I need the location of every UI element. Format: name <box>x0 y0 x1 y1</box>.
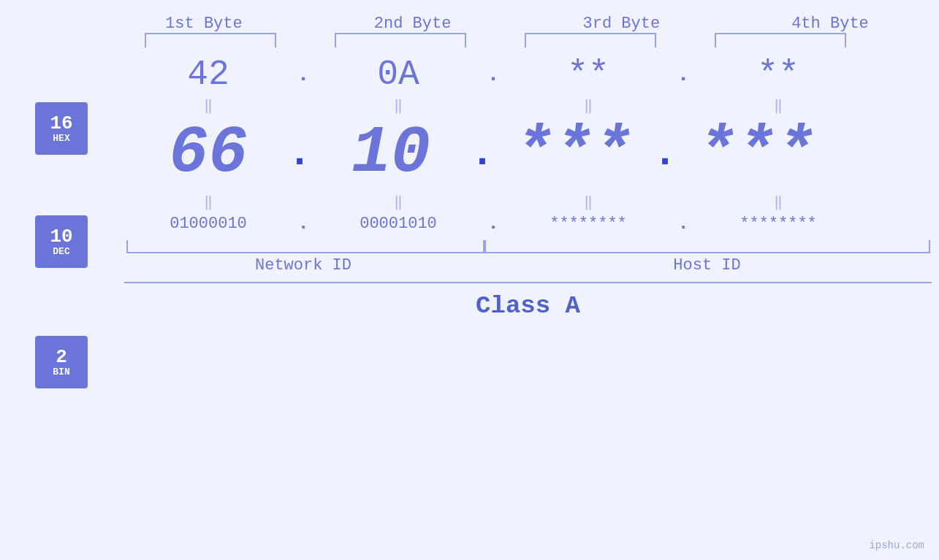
dec-name: DEC <box>53 247 69 257</box>
bin-dot-1: . <box>292 212 314 234</box>
top-brackets <box>126 33 930 47</box>
eq-row-1: ‖ ‖ ‖ ‖ <box>124 94 932 116</box>
bin-val-4: ******** <box>694 215 862 233</box>
watermark: ipshu.com <box>869 540 924 551</box>
dot-3: . <box>672 62 694 87</box>
top-bracket-2 <box>335 33 466 47</box>
eq-4: ‖ <box>694 96 862 115</box>
dec-row: 66 . 10 . *** . *** <box>124 116 932 191</box>
bin-badge: 2 BIN <box>35 336 88 388</box>
eq-7: ‖ <box>504 193 672 211</box>
top-bracket-4 <box>715 33 846 47</box>
eq-row-2: ‖ ‖ ‖ ‖ <box>124 191 932 212</box>
dot-2: . <box>482 62 504 87</box>
bin-dot-3: . <box>672 212 694 234</box>
byte-label-3: 3rd Byte <box>537 15 705 33</box>
hex-val-4: ** <box>694 55 862 94</box>
dec-badge: 10 DEC <box>35 215 88 268</box>
dec-val-2: 10 <box>307 116 475 191</box>
byte-label-4: 4th Byte <box>746 15 914 33</box>
class-a-label: Class A <box>476 292 580 320</box>
dot-1: . <box>292 62 314 87</box>
eq-1: ‖ <box>124 96 292 115</box>
dec-val-1: 66 <box>124 116 292 191</box>
eq-3: ‖ <box>504 96 672 115</box>
hex-val-3: ** <box>504 55 672 94</box>
hex-badge: 16 HEX <box>35 102 88 155</box>
hex-val-2: 0A <box>314 55 482 94</box>
bin-dot-2: . <box>482 212 504 234</box>
bin-val-2: 00001010 <box>314 215 482 233</box>
bottom-brackets <box>126 240 930 253</box>
hex-val-1: 42 <box>124 55 292 94</box>
network-bracket <box>126 240 484 253</box>
id-labels-row: Network ID Host ID <box>124 256 932 275</box>
host-bracket <box>484 240 930 253</box>
main-container: 1st Byte 2nd Byte 3rd Byte 4th Byte 16 H… <box>0 0 939 560</box>
hex-name: HEX <box>53 134 69 144</box>
top-bracket-1 <box>145 33 276 47</box>
dec-val-4: *** <box>672 116 840 191</box>
class-section: Class A <box>124 282 932 320</box>
top-bracket-3 <box>525 33 656 47</box>
dec-val-3: *** <box>490 116 658 191</box>
network-id-label: Network ID <box>124 256 482 275</box>
bin-val-1: 01000010 <box>124 215 292 233</box>
hex-number: 16 <box>50 113 72 134</box>
bin-number: 2 <box>56 347 67 368</box>
eq-5: ‖ <box>124 193 292 211</box>
byte-labels-row: 1st Byte 2nd Byte 3rd Byte 4th Byte <box>115 15 919 33</box>
byte-label-1: 1st Byte <box>120 15 288 33</box>
dec-number: 10 <box>50 226 72 248</box>
bin-val-3: ******** <box>504 215 672 233</box>
bin-row: 01000010 . 00001010 . ******** . *******… <box>124 212 932 234</box>
eq-2: ‖ <box>314 96 482 115</box>
eq-6: ‖ <box>314 193 482 211</box>
bin-name: BIN <box>53 367 69 377</box>
eq-8: ‖ <box>694 193 862 211</box>
byte-label-2: 2nd Byte <box>329 15 497 33</box>
host-id-label: Host ID <box>482 256 932 275</box>
hex-row: 42 . 0A . ** . ** <box>124 55 932 94</box>
